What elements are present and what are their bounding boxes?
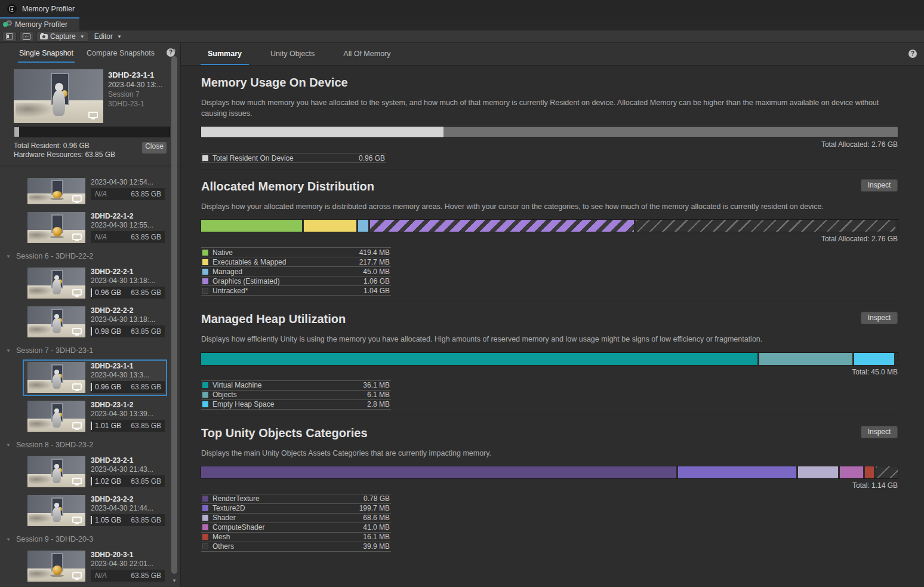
snapshot-resident-value: N/A [95, 233, 107, 241]
snapshot-item-3dhd-23-2-1[interactable]: 3DHD-23-2-1 2023-04-30 21:43... 1.02 GB … [24, 455, 166, 489]
snapshot-date: 2023-04-30 13:18:... [91, 276, 165, 285]
snapshot-item-3dhd-23-1-1[interactable]: 3DHD-23-1-1 2023-04-30 13:3... 0.96 GB 6… [24, 361, 166, 395]
snapshot-date: 2023-04-30 21:44... [91, 504, 165, 513]
legend-swatch [202, 515, 208, 521]
section-total: Total Allocated: 2.76 GB [201, 235, 898, 243]
open-snapshot-card: 3DHD-23-1-1 2023-04-30 13:... Session 7 … [0, 63, 180, 167]
scroll-down-arrow-icon[interactable]: ▼ [170, 577, 178, 585]
bar-segment-texture2d[interactable] [678, 466, 796, 478]
scrollbar-thumb[interactable] [171, 56, 177, 574]
bar-segment-rendertexture[interactable] [201, 466, 676, 478]
session-header-session-8-3dhd-23-2[interactable]: ▼ Session 8 - 3DHD-23-2 [6, 438, 166, 451]
bar-segment-graphics-estimated-[interactable] [370, 220, 634, 232]
legend-row-texture2d: Texture2D199.7 MB [201, 504, 391, 514]
scroll-up-arrow-icon[interactable]: ▲ [170, 47, 178, 54]
resident-memory-progress-bar [14, 127, 170, 137]
bar-segment-others[interactable] [876, 466, 898, 478]
close-snapshot-button[interactable]: Close [141, 142, 167, 154]
legend-row-untracked-: Untracked*1.04 GB [201, 286, 391, 296]
tab-summary[interactable]: Summary [201, 43, 249, 65]
snapshot-item-3dhd-20-3-1[interactable]: 3DHD-20-3-1 2023-04-30 22:01... N/A 63.8… [24, 549, 166, 583]
snapshot-list-scrollbar[interactable]: ▲ ▼ [170, 47, 178, 585]
editor-dropdown-caret: ▼ [117, 34, 122, 39]
editor-dropdown[interactable]: Editor ▼ [91, 32, 125, 42]
snapshot-hardware-value: 63.85 GB [131, 233, 161, 241]
open-snapshot-thumbnail [14, 69, 103, 123]
section-description: Displays how efficiently Unity is using … [201, 334, 898, 345]
legend-swatch [202, 534, 208, 540]
section-title: Managed Heap Utilization [201, 312, 898, 326]
inspect-button-top-unity-objects-categories[interactable]: Inspect [861, 426, 898, 438]
snapshot-thumbnail [27, 456, 85, 487]
collapse-triangle-icon[interactable]: ▼ [6, 537, 11, 542]
toolbar: Capture ▼ Editor ▼ [0, 30, 924, 43]
legend-row-managed: Managed45.0 MB [201, 267, 391, 276]
legend-value: 6.1 MB [367, 391, 391, 399]
snapshot-stats: 0.98 GB 63.85 GB [91, 325, 165, 337]
bar-segment-shader[interactable] [798, 466, 838, 478]
profiler-app-icon [7, 4, 17, 14]
bar-segment-remainder[interactable] [443, 127, 898, 137]
resident-minibar [91, 383, 92, 391]
snapshot-item-3dhd-22-2-2[interactable]: 3DHD-22-2-2 2023-04-30 13:18:... 0.98 GB… [24, 305, 166, 339]
tab-single-snapshot[interactable]: Single Snapshot [18, 44, 75, 63]
import-snapshot-button[interactable] [19, 32, 34, 42]
collapse-triangle-icon[interactable]: ▼ [6, 348, 11, 354]
legend-value: 419.4 MB [359, 248, 391, 257]
bar-segment-untracked-[interactable] [636, 220, 895, 232]
bar-segment-computeshader[interactable] [840, 466, 863, 478]
snapshot-list: 2023-04-30 12:54... N/A 63.85 GB 3DHD-22… [0, 174, 180, 587]
bar-segment-empty-heap-space[interactable] [854, 353, 894, 365]
snapshot-item-3dhd-22-2-1[interactable]: 3DHD-22-2-1 2023-04-30 13:18:... 0.96 GB… [24, 266, 166, 300]
tab-all-of-memory[interactable]: All Of Memory [336, 43, 398, 65]
snapshot-item-3dhd-23-2-2[interactable]: 3DHD-23-2-2 2023-04-30 21:44... 1.05 GB … [24, 494, 166, 528]
window-title: Memory Profiler [22, 5, 75, 13]
capture-dropdown-caret[interactable]: ▼ [80, 34, 85, 39]
legend-label: Graphics (Estimated) [212, 277, 280, 285]
memory-profiler-package-icon: ⚙ [3, 20, 12, 29]
summary-panel: SummaryUnity ObjectsAll Of Memory? Memor… [181, 43, 924, 587]
section-legend: Virtual Machine36.1 MBObjects6.1 MBEmpty… [201, 380, 391, 410]
snapshot-list-item[interactable]: 2023-04-30 12:54... N/A 63.85 GB [24, 177, 166, 206]
tab-compare-snapshots[interactable]: Compare Snapshots [85, 44, 156, 63]
tab-unity-objects[interactable]: Unity Objects [263, 43, 322, 65]
legend-swatch [202, 278, 208, 284]
snapshot-stats: 1.02 GB 63.85 GB [91, 475, 165, 487]
collapse-triangle-icon[interactable]: ▼ [6, 254, 11, 259]
session-header-session-9-3dhd-20-3[interactable]: ▼ Session 9 - 3DHD-20-3 [6, 533, 166, 546]
summary-help-icon[interactable]: ? [908, 50, 917, 58]
bar-segment-native[interactable] [201, 220, 302, 232]
sidebar-tab-strip: Single Snapshot Compare Snapshots ? [0, 43, 180, 63]
session-header-session-6-3dhd-22-2[interactable]: ▼ Session 6 - 3DHD-22-2 [6, 250, 166, 263]
bar-segment-managed[interactable] [358, 220, 368, 232]
toggle-panel-button[interactable] [2, 32, 17, 42]
legend-row-shader: Shader68.6 MB [201, 514, 391, 523]
legend-label: RenderTexture [212, 494, 260, 503]
legend-value: 41.0 MB [363, 523, 391, 531]
section-total: Total: 1.14 GB [201, 481, 898, 490]
session-header-session-7-3dhd-23-1[interactable]: ▼ Session 7 - 3DHD-23-1 [6, 344, 166, 357]
snapshot-item-3dhd-23-1-2[interactable]: 3DHD-23-1-2 2023-04-30 13:39... 1.01 GB … [24, 399, 166, 434]
snapshot-resident-value: 0.98 GB [95, 327, 121, 336]
tab-memory-profiler[interactable]: ⚙ Memory Profiler [0, 17, 79, 30]
legend-label: Others [212, 542, 234, 551]
bar-segment-executables-mapped[interactable] [304, 220, 356, 232]
bar-segment-mesh[interactable] [865, 466, 874, 478]
legend-label: Empty Heap Space [212, 400, 274, 408]
section-legend: RenderTexture0.78 GBTexture2D199.7 MBSha… [201, 494, 391, 552]
legend-row-empty-heap-space: Empty Heap Space2.8 MB [201, 400, 391, 410]
bar-segment-objects[interactable] [759, 353, 852, 365]
bar-segment-total-resident-on-device[interactable] [201, 127, 443, 137]
snapshot-resident-value: 1.05 GB [95, 516, 121, 524]
inspect-button-managed-heap-utilization[interactable]: Inspect [861, 312, 898, 324]
collapse-triangle-icon[interactable]: ▼ [6, 442, 11, 448]
legend-value: 36.1 MB [363, 381, 391, 389]
legend-value: 39.9 MB [363, 542, 391, 551]
section-legend: Total Resident On Device0.96 GB [201, 153, 386, 163]
resident-minibar [91, 327, 92, 336]
snapshot-item-3dhd-22-1-2[interactable]: 3DHD-22-1-2 2023-04-30 12:55... N/A 63.8… [24, 211, 166, 245]
bar-segment-virtual-machine[interactable] [201, 353, 757, 365]
capture-button[interactable]: Capture ▼ [36, 32, 88, 42]
inspect-button-allocated-memory-distribution[interactable]: Inspect [861, 179, 898, 192]
snapshot-hardware-value: 63.85 GB [131, 571, 161, 580]
